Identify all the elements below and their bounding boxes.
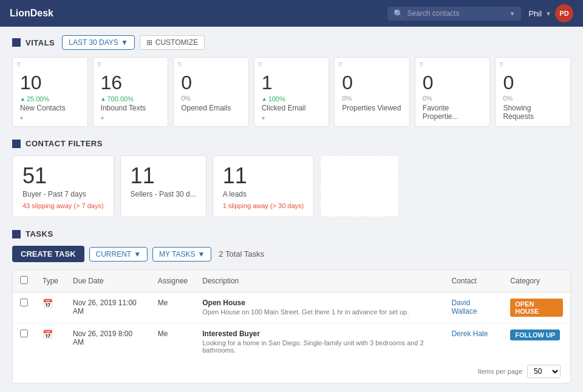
col-category: Category xyxy=(503,270,570,292)
search-bar[interactable]: 🔍 ▼ xyxy=(387,7,521,21)
calendar-icon: 📅 xyxy=(43,299,53,308)
expand-icon[interactable]: ▾ xyxy=(101,115,161,121)
chevron-down-icon: ▼ xyxy=(197,250,205,259)
vital-value: 0 xyxy=(423,72,483,93)
row-category: FOLLOW UP xyxy=(503,323,570,360)
calendar-icon: 📅 xyxy=(43,329,53,339)
table-footer: Items per page 50 25 100 xyxy=(13,360,570,383)
task-assignee-label: MY TASKS xyxy=(159,250,195,259)
tasks-section-header: TASKS xyxy=(12,229,571,238)
select-all-header[interactable] xyxy=(13,270,35,292)
drag-handle: ⠿ xyxy=(258,61,262,68)
chevron-down-icon: ▼ xyxy=(121,38,128,47)
create-task-label: CREATE TASK xyxy=(21,249,76,259)
vital-change: 0% xyxy=(503,93,563,103)
task-title: Interested Buyer xyxy=(202,329,437,338)
filter-value: 11 xyxy=(223,163,304,189)
vital-label: New Contacts xyxy=(20,104,80,112)
vital-value: 10 xyxy=(20,72,80,93)
user-area[interactable]: Phil ▼ PD xyxy=(528,4,573,22)
vital-card[interactable]: ⠿ 0 0% Favorite Propertie... xyxy=(415,57,491,127)
search-input[interactable] xyxy=(407,9,505,18)
expand-icon[interactable]: ▾ xyxy=(20,115,80,121)
filter-card-empty xyxy=(320,155,399,217)
items-per-page-label: Items per page xyxy=(478,368,522,375)
chevron-down-icon: ▼ xyxy=(545,10,551,17)
drag-handle: ⠿ xyxy=(97,61,101,68)
vital-change: 0% xyxy=(423,93,483,103)
filter-cards: 51 Buyer - Past 7 days 43 slipping away … xyxy=(12,155,571,217)
col-due-date: Due Date xyxy=(66,270,151,292)
chevron-down-icon: ▼ xyxy=(134,250,141,259)
table-header-row: Type Due Date Assignee Description Conta… xyxy=(13,270,570,292)
date-filter-button[interactable]: LAST 30 DAYS ▼ xyxy=(62,35,135,50)
vital-label: Properties Viewed xyxy=(342,104,402,112)
app-logo: LionDesk xyxy=(10,8,53,19)
section-icon xyxy=(12,140,21,148)
task-filter-button[interactable]: CURRENT ▼ xyxy=(89,247,148,262)
expand-icon[interactable]: ▾ xyxy=(262,115,322,121)
filter-card[interactable]: 11 A leads 1 slipping away (> 30 days) xyxy=(213,155,315,217)
row-contact[interactable]: Derek Hale xyxy=(444,323,503,360)
row-contact[interactable]: David Wallace xyxy=(444,292,503,323)
chevron-down-icon: ▼ xyxy=(510,10,516,17)
table-row[interactable]: 📅 Nov 26, 2019 8:00 AM Me Interested Buy… xyxy=(13,323,570,360)
row-checkbox-cell[interactable] xyxy=(13,323,35,360)
filter-value: 51 xyxy=(22,163,104,189)
vital-card[interactable]: ⠿ 0 0% Showing Requests xyxy=(495,57,571,127)
select-all-checkbox[interactable] xyxy=(20,276,28,284)
task-title: Open House xyxy=(202,299,437,307)
row-due-date: Nov 26, 2019 11:00 AM xyxy=(66,292,151,323)
drag-handle: ⠿ xyxy=(16,61,21,68)
col-contact: Contact xyxy=(444,270,503,292)
customize-button[interactable]: ⊞ CUSTOMIZE xyxy=(140,35,205,50)
vital-card[interactable]: ⠿ 1 100% Clicked Email ▾ xyxy=(254,57,330,127)
header-right: 🔍 ▼ Phil ▼ PD xyxy=(387,4,573,22)
search-icon: 🔍 xyxy=(394,9,403,18)
contact-filters-header: CONTACT FILTERS xyxy=(12,139,571,148)
filter-label: Buyer - Past 7 days xyxy=(22,190,104,198)
filter-card[interactable]: 11 Sellers - Past 30 d... xyxy=(120,155,206,217)
create-task-button[interactable]: CREATE TASK xyxy=(12,246,84,262)
vital-label: Showing Requests xyxy=(503,104,563,121)
app-header: LionDesk 🔍 ▼ Phil ▼ PD xyxy=(0,0,583,27)
filter-slipping: 1 slipping away (> 30 days) xyxy=(223,202,304,209)
vital-card[interactable]: ⠿ 16 700.00% Inbound Texts ▾ xyxy=(93,57,169,127)
vital-card[interactable]: ⠿ 0 0% Properties Viewed xyxy=(334,57,410,127)
filter-card[interactable]: 51 Buyer - Past 7 days 43 slipping away … xyxy=(12,155,114,217)
row-type: 📅 xyxy=(35,292,66,323)
vitals-controls: LAST 30 DAYS ▼ ⊞ CUSTOMIZE xyxy=(62,35,205,50)
row-checkbox-cell[interactable] xyxy=(13,292,35,323)
drag-handle: ⠿ xyxy=(177,61,182,68)
table-row[interactable]: 📅 Nov 26, 2019 11:00 AM Me Open House Op… xyxy=(13,292,570,323)
vital-label: Clicked Email xyxy=(262,104,322,112)
task-subtitle: Open House on 100 Main Street. Get there… xyxy=(202,308,437,316)
items-per-page-select[interactable]: 50 25 100 xyxy=(527,365,561,378)
vital-card[interactable]: ⠿ 0 0% Opened Emails xyxy=(173,57,249,127)
main-content: VITALS LAST 30 DAYS ▼ ⊞ CUSTOMIZE ⠿ 10 2… xyxy=(0,27,583,392)
drag-handle: ⠿ xyxy=(419,61,423,68)
row-assignee: Me xyxy=(151,292,195,323)
vital-label: Opened Emails xyxy=(181,104,241,112)
vital-label: Favorite Propertie... xyxy=(423,104,483,121)
avatar[interactable]: PD xyxy=(555,4,573,22)
contact-filters-title: CONTACT FILTERS xyxy=(26,139,103,148)
contact-link[interactable]: David Wallace xyxy=(451,299,477,316)
row-due-date: Nov 26, 2019 8:00 AM xyxy=(66,323,151,360)
bars-icon: ⊞ xyxy=(146,38,153,47)
col-description: Description xyxy=(195,270,444,292)
vitals-cards: ⠿ 10 25.00% New Contacts ▾ ⠿ 16 700.00% … xyxy=(12,57,571,127)
vitals-section-header: VITALS LAST 30 DAYS ▼ ⊞ CUSTOMIZE xyxy=(12,35,571,50)
drag-handle: ⠿ xyxy=(338,61,343,68)
row-checkbox[interactable] xyxy=(20,299,28,306)
tasks-title: TASKS xyxy=(26,229,53,238)
contact-link[interactable]: Derek Hale xyxy=(451,329,488,338)
vital-card[interactable]: ⠿ 10 25.00% New Contacts ▾ xyxy=(12,57,88,127)
vital-change: 100% xyxy=(262,93,322,103)
tasks-table: Type Due Date Assignee Description Conta… xyxy=(12,269,571,384)
row-checkbox[interactable] xyxy=(20,329,28,337)
vital-change: 25.00% xyxy=(20,93,80,103)
vital-value: 16 xyxy=(101,72,161,93)
col-type: Type xyxy=(35,270,66,292)
task-assignee-button[interactable]: MY TASKS ▼ xyxy=(152,247,211,262)
